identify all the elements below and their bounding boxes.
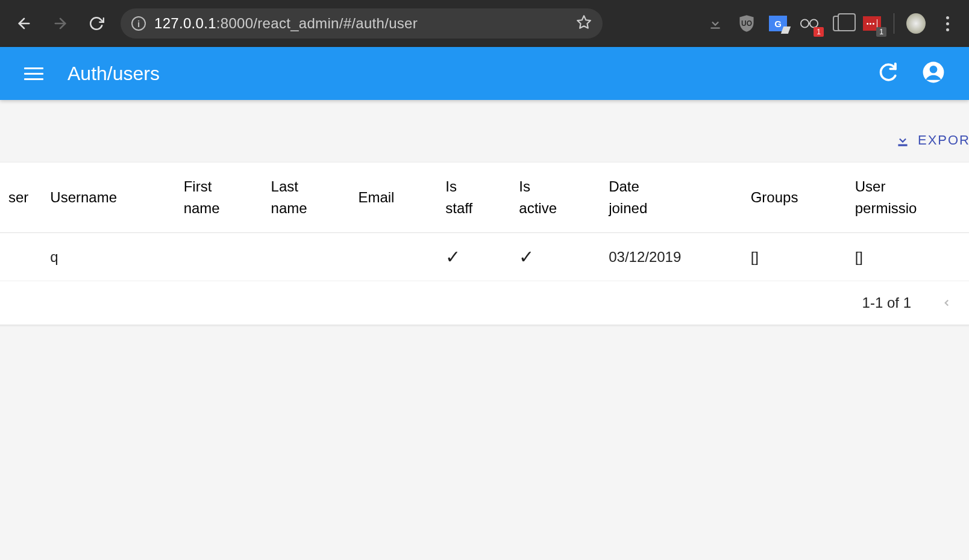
cell-user-permissions: [] — [844, 233, 969, 281]
browser-chrome: i 127.0.0.1:8000/react_admin/#/auth/user… — [0, 0, 969, 47]
notification-badge: 1 — [876, 27, 886, 37]
export-label: EXPOR — [918, 132, 969, 148]
address-bar[interactable]: i 127.0.0.1:8000/react_admin/#/auth/user — [121, 8, 603, 39]
copy-icon[interactable] — [831, 14, 850, 33]
user-account-icon[interactable] — [922, 61, 945, 86]
col-is-active header-cell[interactable]: Isactive — [508, 163, 598, 233]
check-icon: ✓ — [519, 247, 534, 267]
cell-is-staff: ✓ — [434, 233, 508, 281]
pagination: 1-1 of 1 — [0, 281, 969, 325]
forward-button[interactable] — [48, 11, 72, 36]
back-button[interactable] — [12, 11, 36, 36]
svg-rect-8 — [898, 145, 907, 146]
col-user-permissions header-cell[interactable]: Userpermissio — [844, 163, 969, 233]
col-first-name header-cell[interactable]: Firstname — [173, 163, 260, 233]
page-title: Auth/users — [67, 63, 160, 85]
bookmark-star-icon[interactable] — [576, 14, 592, 33]
col-username header-cell[interactable]: Username — [39, 163, 172, 233]
notification-badge: 1 — [814, 27, 824, 37]
cell-username: q — [39, 233, 172, 281]
table-row[interactable]: q ✓ ✓ 03/12/2019 [] [] — [0, 233, 969, 281]
col-last-name header-cell[interactable]: Lastname — [260, 163, 348, 233]
col-date-joined header-cell[interactable]: Datejoined — [598, 163, 740, 233]
download-icon[interactable] — [706, 14, 725, 33]
cell-is-active: ✓ — [508, 233, 598, 281]
cell-groups: [] — [740, 233, 844, 281]
google-translate-icon[interactable]: G — [768, 14, 788, 33]
svg-rect-3 — [710, 28, 720, 29]
reload-button[interactable] — [84, 11, 108, 36]
data-table-card: ser Username Firstname Lastname Email Is… — [0, 163, 969, 325]
users-table: ser Username Firstname Lastname Email Is… — [0, 163, 969, 281]
svg-marker-2 — [577, 16, 591, 28]
content-area: EXPOR ser Username Firstname Lastname Em… — [0, 100, 969, 325]
svg-point-7 — [930, 66, 938, 73]
browser-menu-icon[interactable] — [938, 14, 957, 33]
col-superuser-partheader-cell[interactable]: ser — [0, 163, 39, 233]
pagination-range: 1-1 of 1 — [862, 294, 911, 311]
cell-date-joined: 03/12/2019 — [598, 233, 740, 281]
refresh-button[interactable] — [877, 62, 898, 85]
url-text: 127.0.0.1:8000/react_admin/#/auth/user — [154, 15, 418, 32]
export-button[interactable]: EXPOR — [895, 132, 969, 148]
separator — [894, 13, 894, 34]
lastpass-icon[interactable]: ••• 1 — [862, 14, 882, 33]
cell-email — [347, 233, 434, 281]
ublock-label: UO — [741, 19, 752, 28]
prev-page-button[interactable] — [941, 293, 952, 313]
extensions-area: UO G 1 ••• 1 — [706, 13, 957, 34]
glasses-icon[interactable]: 1 — [800, 14, 819, 33]
profile-avatar[interactable] — [906, 14, 926, 33]
cell-first-name — [173, 233, 260, 281]
site-info-icon[interactable]: i — [131, 16, 146, 31]
check-icon: ✓ — [445, 247, 460, 267]
col-groups header-cell[interactable]: Groups — [740, 163, 844, 233]
svg-point-4 — [801, 19, 809, 27]
svg-point-5 — [810, 19, 818, 27]
col-is-staff header-cell[interactable]: Isstaff — [434, 163, 508, 233]
ublock-icon[interactable]: UO — [737, 14, 756, 33]
col-email header-cell[interactable]: Email — [347, 163, 434, 233]
cell-last-name — [260, 233, 348, 281]
app-header: Auth/users — [0, 47, 969, 100]
menu-toggle-button[interactable] — [24, 67, 43, 80]
